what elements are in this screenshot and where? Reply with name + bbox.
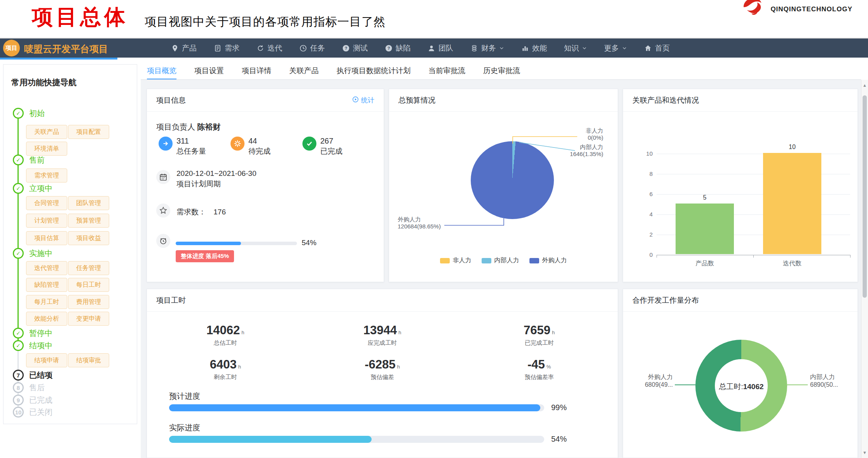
sidebar-action-button[interactable]: 需求管理 bbox=[26, 168, 67, 182]
stage-label: 暂停中 bbox=[29, 328, 52, 339]
metric-unit: h bbox=[397, 364, 400, 370]
y-axis-tick: 6 bbox=[641, 191, 653, 197]
sidebar-action-button[interactable]: 任务管理 bbox=[68, 261, 109, 275]
metric-label: 已完成工时 bbox=[461, 339, 618, 347]
sidebar-action-button[interactable]: 效能分析 bbox=[26, 312, 67, 326]
stage-number-circle: 8 bbox=[13, 382, 24, 393]
stage-paused: ✓ 暂停中 bbox=[13, 328, 52, 339]
metric-estimate-deviation: -6285h 预估偏差 bbox=[304, 358, 461, 381]
legend-item[interactable]: 外购人力 bbox=[529, 256, 567, 265]
nav-item-finance[interactable]: 财务 bbox=[470, 43, 504, 53]
card-title: 合作开发工作量分布 bbox=[632, 295, 699, 305]
scroll-down-icon[interactable]: ▼ bbox=[861, 450, 868, 455]
nav-item-home[interactable]: 首页 bbox=[644, 43, 670, 53]
nav-item-label: 产品 bbox=[182, 43, 197, 53]
nav-item-defect[interactable]: ? 缺陷 bbox=[385, 43, 410, 53]
y-axis-tick: 4 bbox=[641, 211, 653, 218]
nav-item-test[interactable]: ? 测试 bbox=[342, 43, 368, 53]
y-axis-tick: 0 bbox=[641, 251, 653, 258]
stage-archived: 10 已关闭 bbox=[13, 407, 52, 418]
sidebar-action-button[interactable]: 变更申请 bbox=[68, 312, 109, 326]
metric-value: 6403 bbox=[210, 358, 237, 371]
stat-total-tasks: 311 总任务量 bbox=[159, 137, 206, 156]
tab-bar: 项目概览 项目设置 项目详情 关联产品 执行项目数据统计计划 当前审批流 历史审… bbox=[147, 62, 520, 79]
nav-item-label: 缺陷 bbox=[396, 43, 410, 53]
y-axis-tick: 10 bbox=[641, 150, 653, 157]
svg-text:?: ? bbox=[388, 46, 390, 51]
stage-label: 售后 bbox=[29, 383, 45, 393]
overall-progress-fill bbox=[176, 242, 241, 245]
sidebar-action-button[interactable]: 计划管理 bbox=[26, 214, 67, 228]
check-circle-icon: ✓ bbox=[13, 108, 24, 119]
sidebar-action-button[interactable]: 项目收益 bbox=[68, 231, 109, 245]
stage-implementing: ✓ 实施中 bbox=[13, 248, 52, 259]
sidebar-action-button[interactable]: 关联产品 bbox=[26, 125, 67, 139]
scroll-up-icon[interactable]: ▲ bbox=[861, 83, 868, 88]
sidebar-action-button[interactable]: 环境清单 bbox=[26, 142, 67, 156]
nav-item-requirement[interactable]: 需求 bbox=[214, 43, 239, 53]
nav-item-knowledge[interactable]: 知识 bbox=[564, 43, 587, 53]
top-navbar: 项目 唛盟云开发平台项目 产品 需求 迭代 任务 ? 测试 bbox=[0, 39, 868, 58]
card-header: 项目工时 bbox=[147, 289, 618, 312]
nav-item-product[interactable]: 产品 bbox=[171, 43, 197, 53]
metric-label: 剩余工时 bbox=[147, 374, 304, 381]
tab-project-overview[interactable]: 项目概览 bbox=[147, 66, 176, 76]
project-name[interactable]: 唛盟云开发平台项目 bbox=[24, 43, 108, 55]
nav-item-performance[interactable]: 效能 bbox=[521, 43, 547, 53]
tab-project-settings[interactable]: 项目设置 bbox=[194, 66, 224, 76]
sidebar-action-button[interactable]: 缺陷管理 bbox=[26, 278, 67, 292]
scrollbar-thumb[interactable] bbox=[863, 95, 867, 298]
metric-value: -45 bbox=[527, 358, 545, 371]
metric-unit: h bbox=[398, 330, 401, 335]
x-axis-category: 迭代数 bbox=[763, 260, 821, 268]
stat-label: 已完成 bbox=[320, 146, 342, 156]
card-title: 关联产品和迭代情况 bbox=[632, 95, 699, 105]
bar-iteration-count[interactable] bbox=[763, 153, 821, 254]
metric-unit: % bbox=[547, 364, 551, 370]
nav-item-label: 需求 bbox=[225, 43, 239, 53]
sidebar-action-button[interactable]: 合同管理 bbox=[26, 196, 67, 210]
metric-total-estimated: 14062h 总估工时 bbox=[147, 323, 304, 347]
tab-related-products[interactable]: 关联产品 bbox=[289, 66, 319, 76]
sidebar-action-button[interactable]: 结项申请 bbox=[26, 353, 67, 367]
slice-name: 内部人力 bbox=[810, 373, 838, 381]
stage-closed-project: 7 已结项 bbox=[13, 370, 52, 381]
sidebar-action-button[interactable]: 迭代管理 bbox=[26, 261, 67, 275]
bar-product-count[interactable] bbox=[676, 204, 734, 254]
tab-history-approval-flow[interactable]: 历史审批流 bbox=[483, 66, 520, 76]
metric-unit: h bbox=[238, 364, 241, 370]
total-hours-value: 14062 bbox=[743, 383, 764, 391]
sidebar-action-button[interactable]: 项目估算 bbox=[26, 231, 67, 245]
stage-label: 实施中 bbox=[29, 248, 52, 259]
vertical-scrollbar[interactable]: ▲ ▼ bbox=[861, 80, 868, 458]
home-icon bbox=[644, 44, 652, 52]
x-axis-tick bbox=[850, 255, 851, 258]
tab-data-statistics-plan[interactable]: 执行项目数据统计计划 bbox=[337, 66, 410, 76]
sidebar-action-button[interactable]: 结项审批 bbox=[68, 353, 109, 367]
legend-item[interactable]: 内部人力 bbox=[482, 256, 519, 265]
sidebar-action-button[interactable]: 每月工时 bbox=[26, 295, 67, 309]
alarm-clock-icon bbox=[156, 234, 170, 248]
sidebar-action-button[interactable]: 费用管理 bbox=[68, 295, 109, 309]
play-circle-icon bbox=[352, 96, 359, 105]
nav-item-team[interactable]: 团队 bbox=[428, 43, 453, 53]
nav-item-task[interactable]: 任务 bbox=[299, 43, 325, 53]
nav-item-more[interactable]: 更多 bbox=[604, 43, 627, 53]
tab-project-details[interactable]: 项目详情 bbox=[242, 66, 271, 76]
sidebar-action-button[interactable]: 团队管理 bbox=[68, 196, 109, 210]
tab-current-approval-flow[interactable]: 当前审批流 bbox=[428, 66, 465, 76]
nav-item-label: 团队 bbox=[438, 43, 453, 53]
stage-label: 售前 bbox=[29, 155, 45, 165]
card-header: 合作开发工作量分布 bbox=[623, 289, 858, 312]
x-axis-tick bbox=[753, 255, 754, 258]
x-axis-tick bbox=[657, 255, 657, 258]
actual-progress-label: 实际进度 bbox=[169, 423, 200, 433]
sidebar-action-button[interactable]: 预算管理 bbox=[68, 214, 109, 228]
legend-item[interactable]: 非人力 bbox=[440, 256, 472, 265]
sidebar-action-button[interactable]: 每日工时 bbox=[68, 278, 109, 292]
nav-item-iteration[interactable]: 迭代 bbox=[257, 43, 282, 53]
company-logo: QINQINGTECHNOLOGY bbox=[741, 0, 852, 17]
pie-legend: 非人力 内部人力 外购人力 bbox=[389, 256, 618, 265]
statistics-link[interactable]: 统计 bbox=[352, 96, 374, 105]
sidebar-action-button[interactable]: 项目配置 bbox=[68, 125, 109, 139]
